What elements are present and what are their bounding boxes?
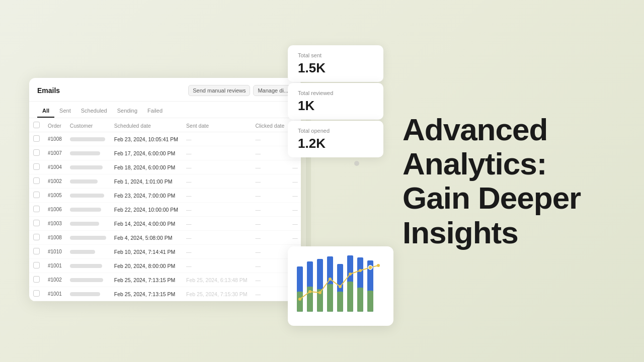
- row-checkbox-cell: [29, 259, 44, 273]
- col-sent-date: Sent date: [182, 118, 251, 132]
- tab-failed[interactable]: Failed: [142, 106, 168, 118]
- line-dot-7: [359, 269, 362, 272]
- emails-panel: Emails Send manual reviews Manage di... …: [29, 78, 301, 301]
- row-checkbox-cell: [29, 203, 44, 217]
- sent-dash: —: [186, 178, 192, 185]
- manage-btn[interactable]: Manage di...: [253, 85, 293, 96]
- header-checkbox[interactable]: [33, 122, 40, 128]
- line-dot-1: [298, 298, 301, 301]
- row-customer: [66, 160, 110, 174]
- row-opened: —: [288, 217, 301, 231]
- row-checkbox[interactable]: [33, 206, 40, 212]
- row-sent-date: —: [182, 132, 251, 146]
- table-row: #1001 Feb 25, 2024, 7:13:15 PM Feb 25, 2…: [29, 287, 301, 301]
- opened-dash: —: [292, 207, 298, 213]
- bar-green-5: [337, 292, 343, 312]
- table-row: #1008 Feb 23, 2024, 10:05:41 PM — — — — …: [29, 132, 301, 146]
- row-checkbox[interactable]: [33, 135, 40, 142]
- line-dot-4: [329, 278, 332, 281]
- row-checkbox[interactable]: [33, 290, 40, 297]
- tab-sending[interactable]: Sending: [112, 106, 142, 118]
- row-customer: [66, 259, 110, 273]
- headline-text: Advanced Analytics: Gain Deeper Insights: [403, 113, 614, 250]
- customer-bar: [70, 278, 103, 282]
- row-clicked-date: —: [252, 132, 289, 146]
- table-row: #1006 Feb 22, 2024, 10:00:00 PM — — — — …: [29, 203, 301, 217]
- send-manual-reviews-btn[interactable]: Send manual reviews: [188, 85, 250, 96]
- tab-sent[interactable]: Sent: [54, 106, 76, 118]
- customer-bar: [70, 179, 98, 184]
- table-row: #1004 Feb 18, 2024, 6:00:00 PM — — — — S…: [29, 160, 301, 174]
- col-order: Order: [44, 118, 66, 132]
- row-customer: [66, 231, 110, 245]
- row-order: #1002: [44, 174, 66, 189]
- row-checkbox[interactable]: [33, 248, 40, 254]
- row-checkbox-cell: [29, 174, 44, 189]
- stat-label-opened: Total opened: [298, 128, 373, 134]
- customer-bar: [70, 292, 100, 296]
- headline-line1: Advanced: [403, 112, 547, 147]
- stat-label-sent: Total sent: [298, 52, 373, 58]
- line-dot-3: [318, 291, 321, 294]
- row-checkbox[interactable]: [33, 276, 40, 283]
- row-checkbox[interactable]: [33, 163, 40, 170]
- row-customer: [66, 273, 110, 287]
- col-clicked-date: Clicked date: [252, 118, 289, 132]
- sent-dash: Feb 25, 2024, 6:13:48 PM: [186, 277, 247, 283]
- table-row: #1008 Feb 4, 2024, 5:08:00 PM — — — — Sc…: [29, 231, 301, 245]
- row-customer: [66, 174, 110, 189]
- headline-line2: Analytics:: [403, 146, 546, 181]
- row-checkbox[interactable]: [33, 262, 40, 268]
- row-clicked-date: —: [252, 259, 289, 273]
- row-checkbox-cell: [29, 217, 44, 231]
- row-checkbox[interactable]: [33, 192, 40, 198]
- customer-bar: [70, 208, 101, 212]
- row-order: #1007: [44, 146, 66, 160]
- row-order: #1001: [44, 259, 66, 273]
- row-sent-date: Feb 25, 2024, 7:15:30 PM: [182, 287, 251, 301]
- stat-value-reviewed: 1K: [298, 98, 373, 114]
- table-row: #1003 Feb 14, 2024, 4:00:00 PM — — — — S…: [29, 217, 301, 231]
- table-row: #1010 Feb 10, 2024, 7:14:41 PM — — — — S…: [29, 245, 301, 259]
- row-checkbox[interactable]: [33, 220, 40, 226]
- row-scheduled-date: Feb 4, 2024, 5:08:00 PM: [110, 231, 182, 245]
- row-checkbox-cell: [29, 273, 44, 287]
- analytics-chart: [293, 251, 388, 321]
- row-clicked-date: —: [252, 174, 289, 189]
- customer-bar: [70, 194, 104, 198]
- row-customer: [66, 203, 110, 217]
- tab-scheduled[interactable]: Scheduled: [76, 106, 112, 118]
- customer-bar: [70, 151, 100, 155]
- row-opened: —: [288, 189, 301, 203]
- clicked-dash: —: [256, 263, 261, 269]
- bar-green-4: [327, 284, 333, 312]
- opened-dash: —: [292, 193, 298, 199]
- row-sent-date: —: [182, 217, 251, 231]
- row-scheduled-date: Feb 25, 2024, 7:13:15 PM: [110, 287, 182, 301]
- row-checkbox[interactable]: [33, 177, 40, 184]
- row-customer: [66, 287, 110, 301]
- sent-dash: —: [186, 207, 192, 213]
- row-checkbox[interactable]: [33, 234, 40, 240]
- stat-card-reviewed: Total reviewed 1K: [288, 83, 383, 120]
- row-clicked-date: —: [252, 189, 289, 203]
- clicked-dash: —: [256, 207, 261, 213]
- row-scheduled-date: Feb 22, 2024, 10:00:00 PM: [110, 203, 182, 217]
- row-customer: [66, 217, 110, 231]
- panel-header: Emails Send manual reviews Manage di...: [29, 78, 301, 102]
- tabs-bar: All Sent Scheduled Sending Failed: [29, 102, 301, 118]
- col-customer: Customer: [66, 118, 110, 132]
- row-checkbox[interactable]: [33, 149, 40, 156]
- row-order: #1008: [44, 231, 66, 245]
- clicked-dash: —: [256, 277, 261, 283]
- col-checkbox: [29, 118, 44, 132]
- sent-dash: —: [186, 249, 192, 255]
- row-clicked-date: —: [252, 287, 289, 301]
- tab-all[interactable]: All: [37, 106, 54, 118]
- row-checkbox-cell: [29, 245, 44, 259]
- row-checkbox-cell: [29, 146, 44, 160]
- row-sent-date: —: [182, 203, 251, 217]
- opened-dash: —: [292, 178, 298, 185]
- row-order: #1008: [44, 132, 66, 146]
- table-row: #1007 Feb 17, 2024, 6:00:00 PM — — — — S…: [29, 146, 301, 160]
